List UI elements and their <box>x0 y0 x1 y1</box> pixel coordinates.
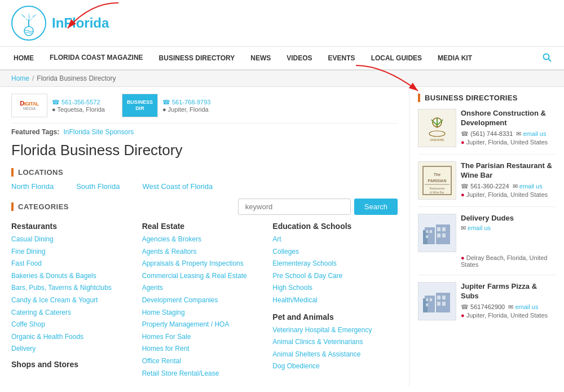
cat-link[interactable]: Health/Medical <box>272 294 398 307</box>
cat-link[interactable]: Agents <box>142 282 267 294</box>
featured-tags: Featured Tags: InFlorida Site Sponsors <box>11 128 398 136</box>
svg-text:Restaurant: Restaurant <box>430 187 445 190</box>
sidebar-biz-1-phone: ☎ (561) 744-8331 ✉ email us <box>461 130 556 138</box>
svg-rect-23 <box>430 230 432 233</box>
location-west[interactable]: West Coast of Florida <box>142 182 213 191</box>
cat-link[interactable]: Casual Dining <box>11 234 136 246</box>
cat-link[interactable]: Bakeries & Donuts & Bagels <box>11 270 136 283</box>
cat-link-candy[interactable]: Candy & Ice Cream & Yogurt <box>11 294 136 307</box>
sidebar-biz-2-email[interactable]: email us <box>519 183 543 190</box>
cat-link-commercial[interactable]: Commercial Leasing & Real Estate <box>142 270 267 283</box>
sidebar-biz-1-email[interactable]: email us <box>523 130 546 137</box>
nav-search-icon[interactable] <box>536 49 558 68</box>
sidebar-biz-3-email[interactable]: email us <box>468 224 491 231</box>
onshore-logo-icon: ONSHORE <box>423 114 451 142</box>
categories-label: CATEGORIES <box>18 202 69 211</box>
page-title: Florida Business Directory <box>11 142 398 159</box>
main-layout: DIGITAL MEDIA ☎ 561-356-5572 ● Tequetsa,… <box>0 87 564 386</box>
nav-events[interactable]: EVENTS <box>320 47 363 69</box>
featured-tags-value: InFlorida Site Sponsors <box>63 128 134 136</box>
svg-text:ONSHORE: ONSHORE <box>430 138 444 142</box>
cat-link[interactable]: Catering & Caterers <box>11 307 136 319</box>
sidebar-biz-3-name: Delivery Dudes <box>461 214 514 222</box>
cat-link-animal-shelters[interactable]: Animal Shelters & Assistance <box>272 349 398 361</box>
featured-tags-label: Featured Tags: <box>11 128 59 136</box>
breadcrumb-home[interactable]: Home <box>11 74 29 82</box>
locations-list: North Florida South Florida West Coast o… <box>11 182 398 191</box>
sidebar-biz-3: Delivery Dudes ✉ email us ● Delray Beach… <box>418 214 556 275</box>
cat-link[interactable]: High Schools <box>272 282 398 294</box>
nav-news[interactable]: NEWS <box>243 47 279 69</box>
breadcrumb-current: Florida Business Directory <box>37 74 116 82</box>
cat-link-preschool[interactable]: Pre School & Day Care <box>272 270 398 283</box>
cat-header-education: Education & Schools <box>272 222 398 231</box>
cat-subheader-pets: Pet and Animals <box>272 312 398 321</box>
cat-link[interactable]: Elementeray Schools <box>272 258 398 270</box>
biz-1-phone: ☎ 561-356-5572 <box>52 99 105 106</box>
svg-rect-38 <box>437 302 440 306</box>
cat-link[interactable]: Bars, Pubs, Taverns & Nightclubs <box>11 282 136 294</box>
location-north[interactable]: North Florida <box>11 182 54 191</box>
cat-link[interactable]: Office Rental <box>142 355 267 368</box>
nav-videos[interactable]: VIDEOS <box>279 47 320 69</box>
keyword-input[interactable] <box>238 199 351 215</box>
envelope-icon: ✉ <box>508 303 513 310</box>
cat-link[interactable]: Retail Store Rental/Lease <box>142 368 267 380</box>
cat-link-appraisals[interactable]: Appraisals & Property Inspections <box>142 258 267 270</box>
nav-magazine[interactable]: FLORIDA COAST MAGAZINE <box>42 47 151 69</box>
search-row: Search <box>238 199 398 215</box>
sidebar-biz-4-phone-row: ☎ 5617462900 ✉ email us <box>461 303 556 311</box>
categories-header-row: CATEGORIES Search <box>11 199 398 215</box>
sidebar-biz-2-phone-row: ☎ 561-360-2224 ✉ email us <box>461 183 556 190</box>
logo-text: InFlorida <box>52 15 109 31</box>
cat-link[interactable]: Development Companies <box>142 294 267 307</box>
cat-link[interactable]: Agents & Realtors <box>142 246 267 258</box>
cat-link[interactable]: Property Management / HOA <box>142 319 267 331</box>
cat-link[interactable]: Homes For Sale <box>142 331 267 343</box>
cat-link[interactable]: Homes for Rent <box>142 343 267 355</box>
sidebar-biz-1-img: ONSHORE <box>418 109 456 147</box>
sidebar-biz-2-img: The PARISIAN Restaurant & Wine Bar <box>418 161 456 200</box>
search-button[interactable]: Search <box>354 199 398 215</box>
cat-link[interactable]: Colleges <box>272 246 398 258</box>
svg-rect-36 <box>437 296 440 299</box>
cat-link[interactable]: Agencies & Brokers <box>142 234 267 246</box>
sidebar-biz-3-location: ● Delray Beach, Florida, United States <box>418 254 556 268</box>
svg-text:& Wine Bar: & Wine Bar <box>430 191 444 194</box>
featured-biz-1: DIGITAL MEDIA ☎ 561-356-5572 ● Tequetsa,… <box>11 94 105 117</box>
cat-link[interactable]: Fine Dining <box>11 246 136 258</box>
svg-rect-35 <box>426 303 428 306</box>
cat-link[interactable]: Veterinary Hospital & Emergency <box>272 324 398 337</box>
cat-link[interactable]: Dog Obedience <box>272 360 398 373</box>
cat-link[interactable]: Coffe Shop <box>11 319 136 331</box>
location-south[interactable]: South Florida <box>76 182 120 191</box>
svg-rect-26 <box>442 227 446 231</box>
cat-link[interactable]: Animal Clinics & Veterinarians <box>272 336 398 349</box>
cat-col-education: Education & Schools Art Colleges Element… <box>272 222 398 380</box>
svg-rect-24 <box>426 235 428 238</box>
cat-link[interactable]: Delivery <box>11 343 136 355</box>
cat-link[interactable]: Fast Food <box>11 258 136 270</box>
cat-header-realestate: Real Estate <box>142 222 267 231</box>
nav-directory[interactable]: BUSINESS DIRECTORY <box>151 47 243 69</box>
nav-guides[interactable]: LOCAL GUIDES <box>363 47 430 69</box>
parisian-logo-icon: The PARISIAN Restaurant & Wine Bar <box>420 164 454 197</box>
phone-icon: ☎ <box>461 303 469 310</box>
cat-link[interactable]: Home Staging <box>142 307 267 319</box>
cat-link[interactable]: Art <box>272 234 398 246</box>
nav-home[interactable]: HOME <box>6 47 42 69</box>
svg-point-3 <box>544 54 549 59</box>
featured-biz-2: BUSINESSDIR ☎ 561-768-9793 ● Jupiter, Fl… <box>122 94 211 117</box>
sidebar-biz-3-details: Delivery Dudes ✉ email us <box>461 214 514 233</box>
nav-media[interactable]: MEDIA KIT <box>430 47 480 69</box>
svg-rect-39 <box>442 302 446 306</box>
svg-rect-37 <box>442 296 446 299</box>
sidebar-biz-4-email[interactable]: email us <box>515 303 538 310</box>
map-pin-icon: ● <box>461 254 465 261</box>
sidebar-title-text: BUSINESS DIRECTORIES <box>425 94 518 102</box>
digital-logo: DIGITAL MEDIA <box>11 94 47 117</box>
cat-link-organic[interactable]: Organic & Health Foods <box>11 331 136 343</box>
svg-text:PARISIAN: PARISIAN <box>428 179 447 183</box>
sidebar-biz-2-name: The Parisian Restaurant & Wine Bar <box>461 161 556 180</box>
phone-icon: ☎ <box>461 130 469 137</box>
